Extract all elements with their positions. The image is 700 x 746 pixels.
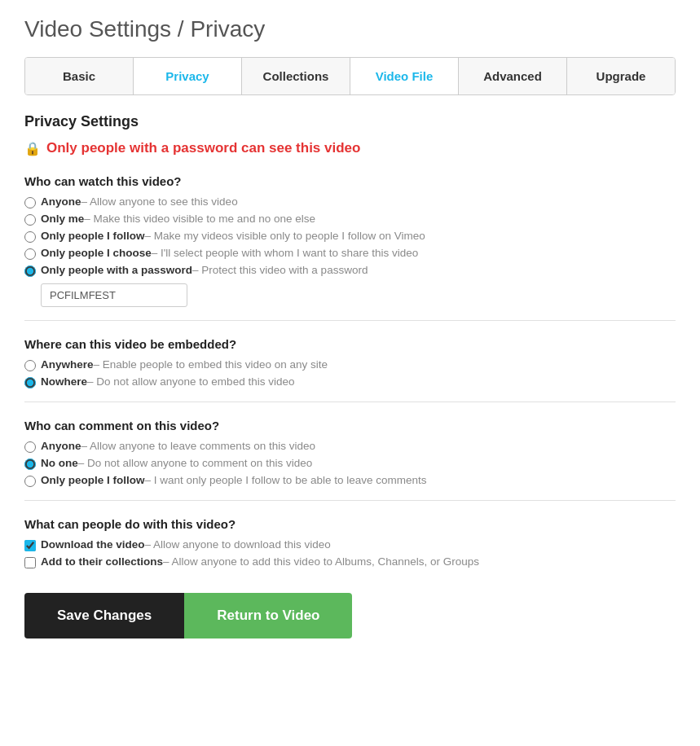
actions-question: What can people do with this video? <box>24 517 676 531</box>
watch-password-option: Only people with a password– Protect thi… <box>24 264 676 277</box>
action-collections-option: Add to their collections– Allow anyone t… <box>24 555 676 568</box>
title-separator: / <box>171 16 190 42</box>
action-download-label: Download the video– Allow anyone to down… <box>41 538 331 551</box>
embed-nowhere-radio[interactable] <box>24 377 36 388</box>
watch-follow-radio[interactable] <box>24 231 36 243</box>
tab-videofile[interactable]: Video File <box>350 58 459 94</box>
watch-me-radio[interactable] <box>24 214 36 226</box>
lock-icon: 🔒 <box>24 141 41 156</box>
comment-noone-radio[interactable] <box>24 459 36 470</box>
action-download-option: Download the video– Allow anyone to down… <box>24 538 676 551</box>
comment-follow-option: Only people I follow– I want only people… <box>24 474 676 487</box>
tabs-nav: Basic Privacy Collections Video File Adv… <box>24 57 676 95</box>
comment-anyone-option: Anyone– Allow anyone to leave comments o… <box>24 440 676 453</box>
return-button[interactable]: Return to Video <box>184 593 352 638</box>
comment-anyone-radio[interactable] <box>24 441 36 453</box>
embed-nowhere-option: Nowhere– Do not allow anyone to embed th… <box>24 375 676 388</box>
title-main: Video Settings <box>24 16 171 42</box>
divider-2 <box>24 402 676 402</box>
page-title: Video Settings / Privacy <box>24 16 676 42</box>
watch-follow-label: Only people I follow– Make my videos vis… <box>41 230 425 242</box>
privacy-alert-text: Only people with a password can see this… <box>46 140 360 156</box>
title-subtitle: Privacy <box>190 16 265 42</box>
embed-question: Where can this video be embedded? <box>24 337 676 351</box>
watch-follow-option: Only people I follow– Make my videos vis… <box>24 230 676 243</box>
action-collections-label: Add to their collections– Allow anyone t… <box>41 555 479 568</box>
embed-section: Where can this video be embedded? Anywhe… <box>24 337 676 388</box>
tab-collections[interactable]: Collections <box>242 58 350 94</box>
embed-nowhere-label: Nowhere– Do not allow anyone to embed th… <box>41 375 294 388</box>
watch-anyone-label: Anyone– Allow anyone to see this video <box>41 195 238 208</box>
privacy-settings-panel: Privacy Settings 🔒 Only people with a pa… <box>24 113 676 638</box>
embed-anywhere-label: Anywhere– Enable people to embed this vi… <box>41 358 328 371</box>
action-collections-checkbox[interactable] <box>24 557 36 568</box>
comment-follow-label: Only people I follow– I want only people… <box>41 474 426 486</box>
embed-anywhere-radio[interactable] <box>24 360 36 371</box>
watch-section: Who can watch this video? Anyone– Allow … <box>24 174 676 307</box>
password-input-wrapper <box>41 283 676 307</box>
comment-noone-label: No one– Do not allow anyone to comment o… <box>41 457 312 469</box>
privacy-section-title: Privacy Settings <box>24 113 676 130</box>
watch-me-label: Only me– Make this video visible to me a… <box>41 213 315 225</box>
password-field[interactable] <box>41 283 187 307</box>
watch-anyone-option: Anyone– Allow anyone to see this video <box>24 195 676 208</box>
tab-basic[interactable]: Basic <box>25 58 134 94</box>
tab-upgrade[interactable]: Upgrade <box>567 58 675 94</box>
watch-me-option: Only me– Make this video visible to me a… <box>24 213 676 226</box>
watch-password-label: Only people with a password– Protect thi… <box>41 264 368 276</box>
comment-question: Who can comment on this video? <box>24 419 676 432</box>
save-button[interactable]: Save Changes <box>24 593 184 638</box>
divider-3 <box>24 500 676 501</box>
watch-choose-label: Only people I choose– I'll select people… <box>41 247 418 259</box>
tab-privacy[interactable]: Privacy <box>134 58 242 94</box>
watch-question: Who can watch this video? <box>24 174 676 188</box>
privacy-alert: 🔒 Only people with a password can see th… <box>24 140 676 156</box>
comment-noone-option: No one– Do not allow anyone to comment o… <box>24 457 676 470</box>
embed-anywhere-option: Anywhere– Enable people to embed this vi… <box>24 358 676 371</box>
divider-1 <box>24 320 676 321</box>
comment-anyone-label: Anyone– Allow anyone to leave comments o… <box>41 440 315 452</box>
watch-choose-radio[interactable] <box>24 248 36 260</box>
action-download-checkbox[interactable] <box>24 540 36 551</box>
comment-section: Who can comment on this video? Anyone– A… <box>24 419 676 487</box>
watch-anyone-radio[interactable] <box>24 197 36 208</box>
action-buttons: Save Changes Return to Video <box>24 593 676 638</box>
watch-choose-option: Only people I choose– I'll select people… <box>24 247 676 260</box>
comment-follow-radio[interactable] <box>24 476 36 487</box>
tab-advanced[interactable]: Advanced <box>459 58 567 94</box>
watch-password-radio[interactable] <box>24 265 36 277</box>
actions-section: What can people do with this video? Down… <box>24 517 676 568</box>
